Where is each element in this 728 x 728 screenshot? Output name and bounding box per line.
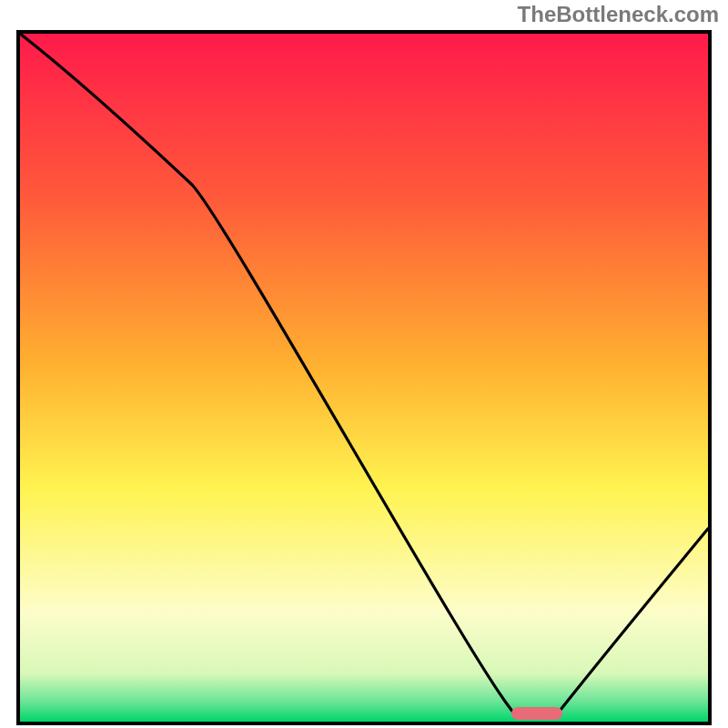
watermark-text: TheBottleneck.com <box>518 2 719 27</box>
chart-border <box>16 30 712 725</box>
